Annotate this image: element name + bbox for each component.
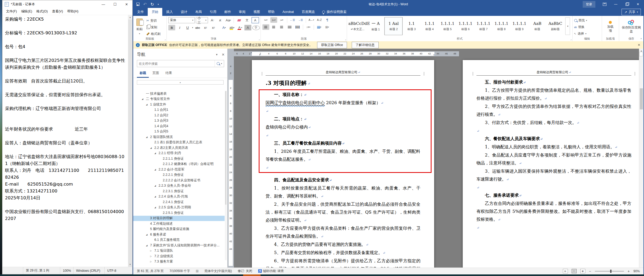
nav-tree-item[interactable]: ◢ 二 专项应答文件 <box>133 96 225 102</box>
learn-more-button[interactable]: 了解详细信息 <box>352 42 379 48</box>
justify-button[interactable] <box>286 24 293 30</box>
tree-expander-icon[interactable]: ◢ <box>146 103 150 106</box>
ribbon-display-options-button[interactable] <box>599 1 610 8</box>
style-gallery-item[interactable]: 1.1.1.1 标题 6 <box>456 17 474 35</box>
paste-button[interactable]: 粘贴 ▾ <box>135 17 144 36</box>
scrollbar-thumb[interactable] <box>128 20 132 267</box>
status-accessibility[interactable]: ♿辅助功能: 调查 <box>258 269 284 273</box>
scrollbar-thumb[interactable] <box>225 91 226 205</box>
zoom-slider[interactable] <box>595 271 624 272</box>
style-gallery-more-button[interactable]: ▾ <box>565 17 570 35</box>
select-button[interactable]: ↖选择▾ <box>574 31 600 36</box>
first-line-indent-marker[interactable]: ▴ <box>259 53 260 56</box>
close-button[interactable]: ✕ <box>632 1 643 8</box>
distribute-button[interactable] <box>294 24 301 30</box>
read-mode-button[interactable]: ▤ <box>563 269 568 273</box>
nav-tree-item[interactable]: ◢ 2 项目团队情况 <box>133 134 225 140</box>
tree-expander-icon[interactable]: ◢ <box>154 168 159 171</box>
scroll-down-icon[interactable]: ▼ <box>128 262 132 267</box>
nav-tree-item[interactable]: ◢ 2.2.5 业务人员-兰明萌 <box>133 205 225 210</box>
decrease-indent-button[interactable]: ←☰ <box>289 17 296 23</box>
ribbon-tab[interactable]: 帮助 <box>264 8 279 16</box>
grow-font-button[interactable]: A^ <box>209 17 216 23</box>
dialog-launcher-icon[interactable]: ⌟ <box>165 38 166 40</box>
maximize-button[interactable]: ☐ <box>109 0 121 8</box>
tree-expander-icon[interactable]: ▷ <box>150 255 154 257</box>
font-color-button[interactable]: A▾ <box>237 25 243 30</box>
menu-item[interactable]: 编辑(E) <box>19 8 34 15</box>
borders-button[interactable]: ⊞▾ <box>324 24 331 30</box>
jump-to-top-button[interactable]: ▲ <box>137 80 224 85</box>
italic-button[interactable]: I <box>176 25 183 30</box>
scroll-up-icon[interactable]: ▲ <box>128 15 132 20</box>
nav-tree-item[interactable]: 2.1 表1 拟委任的主要人员汇总表 <box>133 140 225 145</box>
asian-layout-button[interactable]: A↔▾ <box>308 17 315 23</box>
menu-item[interactable]: 格式(O) <box>34 8 50 15</box>
superscript-button[interactable]: x2 <box>210 25 217 30</box>
ribbon-tab[interactable]: 审阅 <box>235 8 249 16</box>
navigation-tab[interactable]: 页面 <box>150 70 162 78</box>
navigation-scrollbar[interactable] <box>225 91 227 260</box>
text-effects-button[interactable]: A▾ <box>221 25 228 30</box>
notepad-titlebar[interactable]: *无标题 - 记事本 — ☐ ✕ <box>2 0 132 8</box>
proofing-icon[interactable]: ☒ <box>196 269 199 273</box>
minimize-button[interactable]: — <box>610 1 621 8</box>
chevron-down-icon[interactable]: ▾ <box>192 26 193 29</box>
sign-in-button[interactable]: 登录 <box>583 1 595 8</box>
shrink-font-button[interactable]: Aˇ <box>217 17 224 23</box>
tree-expander-icon[interactable]: ▷ <box>150 250 154 252</box>
zoom-level[interactable]: 90% <box>633 269 640 273</box>
cut-button[interactable]: ✂剪切 <box>146 18 160 24</box>
highlight-button[interactable]: ab▾ <box>229 25 235 30</box>
nav-tree-item[interactable]: 2.2.4.1 身份证 <box>133 199 225 205</box>
find-button[interactable]: 查找▾ <box>574 18 600 23</box>
close-button[interactable]: ✕ <box>121 0 132 8</box>
style-gallery-item[interactable]: 一 A 标题 1 <box>367 17 384 35</box>
tree-expander-icon[interactable]: ◢ <box>146 136 150 138</box>
nav-tree-item[interactable]: 一 技术偏差表 <box>133 91 225 96</box>
strikethrough-button[interactable]: abc <box>194 25 201 30</box>
show-formatting-marks-button[interactable]: ¶ <box>324 17 331 23</box>
tree-expander-icon[interactable]: ◢ <box>150 147 154 149</box>
nav-tree-item[interactable]: 1.2 合同2 <box>133 113 225 118</box>
nav-tree-item[interactable]: 1.1 合同1 <box>133 107 225 113</box>
sort-button[interactable]: A↓Z <box>316 17 323 23</box>
numbering-button[interactable]: 1≡▾ <box>270 17 277 23</box>
nav-tree-item[interactable]: 2.2.3.1 身份证 <box>133 188 225 194</box>
tree-expander-icon[interactable]: ◢ <box>154 185 159 187</box>
close-notice-icon[interactable]: ✕ <box>638 43 640 47</box>
style-gallery-item[interactable]: 1.1.1.1 标题 9 <box>510 17 528 35</box>
style-gallery-item[interactable]: 1 Aal 标题 2 <box>384 17 402 35</box>
nav-tree-item[interactable]: 2.2.1.2 健康体检（培训）合格证明 <box>133 162 225 167</box>
ruler-toggle-button[interactable] <box>639 52 643 56</box>
restore-button[interactable] <box>621 1 632 8</box>
dialog-launcher-icon[interactable]: ⌟ <box>570 38 571 40</box>
document-page-62[interactable]: 盘锦铭达商贸有限公司 五、报价与付款要求1、乙方按照甲方提供的所需货物清单规定的… <box>463 60 639 268</box>
style-gallery-item[interactable]: 1.1 标题 3 <box>402 17 420 35</box>
nav-tree-item[interactable]: 2.2.2.1 身份证 <box>133 172 225 178</box>
font-name-select[interactable]: 宋体▾ <box>168 17 195 23</box>
dialog-launcher-icon[interactable]: ⌟ <box>345 38 346 40</box>
tree-expander-icon[interactable]: ◢ <box>146 244 150 247</box>
print-layout-button[interactable]: ≡ <box>572 269 577 273</box>
ribbon-tab[interactable]: 文件 <box>133 8 148 16</box>
tree-expander-icon[interactable]: ◢ <box>146 233 150 236</box>
nav-tree-item[interactable]: 2.2.1.1 身份证 <box>133 156 225 162</box>
nav-tree-item[interactable]: ▷ 7.3 服务方案 <box>133 259 225 265</box>
document-scrollbar[interactable]: ▲ <box>639 49 643 268</box>
tree-expander-icon[interactable]: ▷ <box>150 260 154 263</box>
ribbon-tab[interactable]: 邮件 <box>220 8 235 16</box>
document-canvas[interactable]: 6422468101214161820222426283032343638404… <box>234 49 639 268</box>
navigation-tab[interactable]: 结果 <box>163 70 175 78</box>
ribbon-tab[interactable]: 视图 <box>249 8 264 16</box>
nav-tree-item[interactable]: ▷ 7.1 项目团队 <box>133 248 225 254</box>
line-spacing-button[interactable]: ↕≡▾ <box>305 24 312 30</box>
style-gallery-item[interactable]: 1.1.1.1 标题 5 <box>438 17 456 35</box>
nav-tree-item[interactable]: 1.5 合同5 <box>133 129 225 135</box>
zoom-in-button[interactable]: + <box>628 269 630 273</box>
nav-tree-item[interactable]: 2.2.5.1 身份证 <box>133 210 225 216</box>
notepad-text[interactable]: 采购编号：22ECK5 分标编号：22ECK5-9013003-L192 包号：… <box>2 15 132 223</box>
nav-tree-item[interactable]: 1.4 合同4 <box>133 123 225 129</box>
nav-tree-item[interactable]: ◢ 7 采购文件"应答人须知前附表附件一技术评分... <box>133 243 225 248</box>
nav-tree-item[interactable]: 5 履约能力及质量保证措施 <box>133 227 225 232</box>
